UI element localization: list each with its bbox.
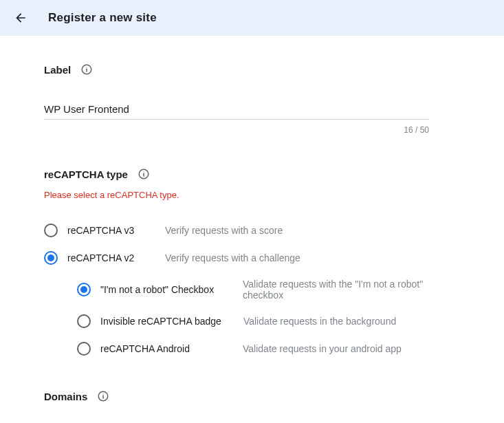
radio-button-v2[interactable] (44, 251, 58, 265)
radio-row-v3[interactable]: reCAPTCHA v3 Verify requests with a scor… (44, 217, 460, 244)
sub-radio-row-checkbox[interactable]: "I'm not a robot" Checkbox Validate requ… (77, 272, 460, 307)
radio-button-android[interactable] (77, 342, 91, 356)
type-section-title: reCAPTCHA type (44, 169, 128, 180)
radio-desc: Verify requests with a challenge (165, 252, 300, 263)
type-radio-group: reCAPTCHA v3 Verify requests with a scor… (44, 217, 460, 362)
form-content: Label 16 / 50 reCAPTCHA type Please sele… (0, 36, 504, 423)
type-error-text: Please select a reCAPTCHA type. (44, 190, 460, 200)
svg-point-2 (87, 67, 87, 67)
domains-section-title: Domains (44, 391, 87, 402)
page-header: Register a new site (0, 0, 504, 36)
sub-radio-row-invisible[interactable]: Invisible reCAPTCHA badge Validate reque… (77, 307, 460, 335)
radio-label: reCAPTCHA v3 (67, 225, 143, 236)
radio-button-v3[interactable] (44, 224, 58, 237)
svg-point-8 (103, 393, 104, 394)
radio-label: reCAPTCHA v2 (67, 252, 143, 263)
sub-radio-label: reCAPTCHA Android (100, 343, 221, 354)
label-section-title: Label (44, 64, 71, 76)
info-icon[interactable] (138, 168, 150, 180)
type-section-header: reCAPTCHA type (44, 168, 460, 180)
svg-point-5 (143, 171, 144, 172)
sub-radio-desc: Validate requests in your android app (243, 343, 402, 354)
label-input[interactable] (44, 99, 429, 120)
info-icon[interactable] (80, 63, 93, 76)
radio-button-invisible[interactable] (77, 314, 91, 328)
radio-row-v2[interactable]: reCAPTCHA v2 Verify requests with a chal… (44, 244, 460, 272)
sub-radio-label: "I'm not a robot" Checkbox (100, 284, 221, 295)
sub-radio-desc: Validate requests in the background (243, 316, 396, 327)
type-section: reCAPTCHA type Please select a reCAPTCHA… (44, 168, 460, 362)
sub-radio-label: Invisible reCAPTCHA badge (100, 316, 221, 327)
radio-button-checkbox[interactable] (77, 283, 91, 296)
sub-radio-row-android[interactable]: reCAPTCHA Android Validate requests in y… (77, 335, 460, 362)
sub-radio-group: "I'm not a robot" Checkbox Validate requ… (77, 272, 460, 362)
page-title: Register a new site (48, 11, 157, 25)
label-char-count: 16 / 50 (44, 125, 429, 135)
domains-section-header: Domains (44, 390, 460, 402)
domains-section: Domains wedevs.com (44, 390, 460, 423)
label-section-header: Label (44, 63, 460, 76)
info-icon[interactable] (97, 390, 109, 402)
label-input-wrapper: 16 / 50 (44, 99, 460, 135)
back-arrow-icon[interactable] (14, 11, 28, 25)
sub-radio-desc: Validate requests with the "I'm not a ro… (243, 279, 460, 301)
radio-desc: Verify requests with a score (165, 225, 283, 236)
